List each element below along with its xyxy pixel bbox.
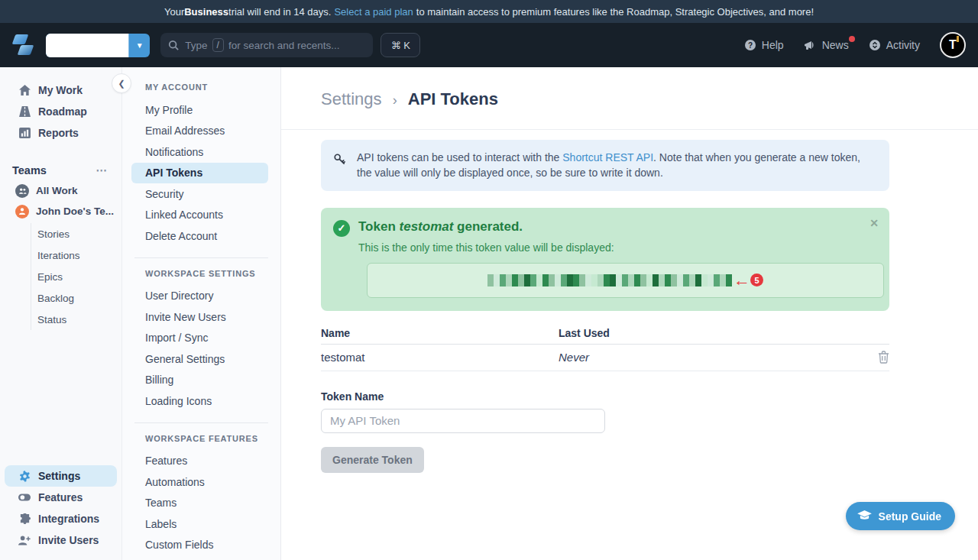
megaphone-icon — [804, 40, 817, 51]
table-header-row: Name Last Used — [321, 323, 889, 345]
settings-nav-automations[interactable]: Automations — [122, 471, 280, 493]
search-input[interactable]: Type / for search and recents... — [160, 33, 373, 57]
search-type-label: Type — [185, 40, 207, 51]
svg-text:?: ? — [748, 41, 753, 50]
sidebar-item-backlog[interactable]: Backlog — [31, 287, 121, 309]
settings-nav-email-addresses[interactable]: Email Addresses — [122, 121, 280, 142]
activity-button[interactable]: Activity — [869, 39, 920, 51]
sidebar-item-john-does-team[interactable]: John Doe's Te... — [0, 201, 121, 222]
sidebar-item-iterations[interactable]: Iterations — [31, 244, 121, 266]
sidebar-item-integrations[interactable]: Integrations — [0, 508, 121, 529]
token-name-input[interactable] — [321, 409, 605, 433]
trial-plan-name: Business — [184, 6, 228, 18]
page-header: Settings › API Tokens — [281, 67, 978, 130]
create-story-button[interactable]: Create Story ▼ — [46, 34, 150, 57]
sidebar-item-epics[interactable]: Epics — [31, 266, 121, 287]
sidebar-item-label: Roadmap — [38, 105, 87, 118]
john-doe-team-avatar — [15, 205, 29, 218]
alert-title: Token testomat generated. — [358, 219, 523, 235]
trial-text-mid: trial will end in 14 days. — [228, 6, 331, 18]
redacted-token-value — [487, 274, 732, 286]
settings-nav-import-sync[interactable]: Import / Sync — [122, 328, 280, 349]
create-story-label[interactable]: Create Story — [46, 34, 128, 57]
help-button[interactable]: ? Help — [744, 39, 784, 51]
sidebar-item-label: Integrations — [38, 513, 99, 525]
sidebar-item-invite-users[interactable]: Invite Users — [0, 529, 121, 551]
gear-icon — [18, 471, 31, 482]
cmd-k-shortcut[interactable]: ⌘ K — [381, 33, 420, 57]
news-notification-badge — [849, 36, 855, 42]
sidebar-item-settings[interactable]: Settings — [5, 465, 117, 487]
settings-nav-billing[interactable]: Billing — [122, 370, 280, 391]
activity-label[interactable]: Activity — [886, 39, 920, 51]
sidebar-item-label: Reports — [38, 127, 79, 139]
close-icon[interactable]: ✕ — [870, 217, 879, 229]
trial-text-prefix: Your — [164, 6, 184, 18]
settings-nav-loading-icons[interactable]: Loading Icons — [122, 390, 280, 412]
settings-nav-my-profile[interactable]: My Profile — [122, 99, 280, 121]
breadcrumb: Settings › API Tokens — [321, 89, 978, 109]
settings-nav-features[interactable]: Features — [122, 451, 280, 472]
create-story-dropdown[interactable]: ▼ — [128, 34, 150, 57]
settings-nav-api-tokens[interactable]: API Tokens — [131, 163, 268, 184]
help-icon: ? — [744, 39, 756, 51]
trial-text-suffix: to maintain access to premium features l… — [416, 6, 814, 18]
team-label: All Work — [36, 185, 78, 196]
token-name-label: Token Name — [321, 390, 889, 403]
settings-nav-security[interactable]: Security — [122, 183, 280, 205]
divider — [134, 257, 268, 258]
team-label: John Doe's Te... — [36, 206, 114, 217]
sidebar-collapse-button[interactable]: ❮ — [112, 73, 131, 93]
shortcut-logo-icon[interactable] — [12, 34, 35, 57]
sidebar-item-status[interactable]: Status — [31, 309, 121, 330]
column-header-last-used: Last Used — [559, 327, 889, 339]
sidebar-item-features[interactable]: Features — [0, 487, 121, 508]
breadcrumb-settings[interactable]: Settings — [321, 89, 382, 108]
home-icon — [18, 85, 31, 95]
sidebar-item-reports[interactable]: Reports — [0, 122, 121, 144]
teams-menu-button[interactable]: ⋯ — [96, 164, 108, 176]
bar-chart-icon — [18, 128, 31, 138]
select-paid-plan-link[interactable]: Select a paid plan — [334, 6, 413, 18]
settings-nav-general-settings[interactable]: General Settings — [122, 348, 280, 370]
settings-nav-labels[interactable]: Labels — [122, 513, 280, 535]
setup-guide-button[interactable]: Setup Guide — [846, 502, 955, 530]
settings-nav-linked-accounts[interactable]: Linked Accounts — [122, 205, 280, 226]
settings-nav-delete-account[interactable]: Delete Account — [122, 225, 280, 247]
settings-nav-custom-fields[interactable]: Custom Fields — [122, 535, 280, 556]
search-placeholder: for search and recents... — [228, 40, 340, 51]
teams-section-header: Teams ⋯ — [0, 160, 121, 180]
settings-nav-notifications[interactable]: Notifications — [122, 141, 280, 163]
settings-nav: MY ACCOUNT My Profile Email Addresses No… — [122, 67, 281, 560]
news-label[interactable]: News — [822, 39, 849, 51]
help-label[interactable]: Help — [762, 39, 784, 51]
token-last-used-cell: Never — [559, 351, 878, 364]
sidebar-item-my-work[interactable]: My Work — [0, 79, 121, 101]
check-circle-icon: ✓ — [333, 220, 350, 237]
toggle-icon — [18, 494, 31, 501]
token-value-box: ← 5 — [367, 263, 884, 298]
generate-token-button[interactable]: Generate Token — [321, 447, 424, 473]
sidebar-item-label: Settings — [38, 470, 80, 482]
search-icon — [168, 40, 179, 50]
section-title-workspace-settings: WORKSPACE SETTINGS — [122, 269, 280, 278]
news-button[interactable]: News — [804, 39, 849, 51]
settings-nav-invite-new-users[interactable]: Invite New Users — [122, 306, 280, 328]
sidebar-item-all-work[interactable]: All Work — [0, 180, 121, 201]
delete-token-icon[interactable] — [878, 351, 889, 364]
shortcut-rest-api-link[interactable]: Shortcut REST API — [562, 151, 653, 163]
sidebar-item-stories[interactable]: Stories — [31, 223, 121, 244]
avatar-notch — [957, 36, 959, 42]
column-header-name: Name — [321, 327, 559, 339]
alert-token-name: testomat — [400, 219, 454, 234]
token-generated-alert: ✕ ✓ Token testomat generated. This is th… — [321, 208, 889, 311]
user-avatar[interactable]: T — [940, 32, 966, 58]
settings-nav-user-directory[interactable]: User Directory — [122, 286, 280, 307]
main-content: Settings › API Tokens API tokens can be … — [281, 67, 978, 560]
sidebar-item-roadmap[interactable]: Roadmap — [0, 101, 121, 122]
settings-nav-teams[interactable]: Teams — [122, 493, 280, 514]
teams-header-label: Teams — [12, 164, 47, 176]
page-title: API Tokens — [408, 89, 498, 108]
graduation-cap-icon — [857, 510, 872, 522]
breadcrumb-separator-icon: › — [393, 92, 397, 108]
